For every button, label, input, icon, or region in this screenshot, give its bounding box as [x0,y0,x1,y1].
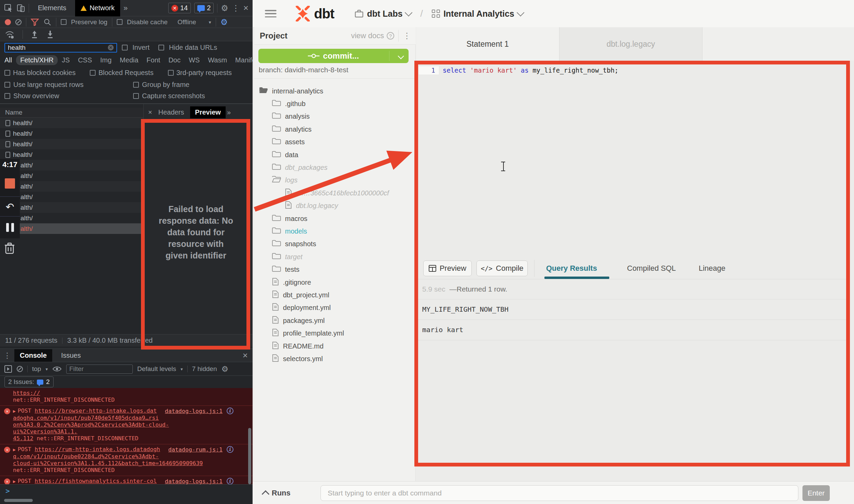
dbt-command-input[interactable]: Start typing to enter a dbt command [321,485,798,501]
context-selector[interactable]: top [32,365,41,373]
stop-recording-button[interactable] [0,171,20,196]
expand-triangle-icon[interactable]: ▶ [13,409,16,414]
show-overview-checkbox[interactable] [4,93,10,99]
tab-headers[interactable]: Headers [154,106,189,118]
tab-lineage[interactable]: Lineage [699,258,725,279]
delete-recording-button[interactable] [4,242,15,256]
error-link[interactable]: cloud-ui%2Cversion%3A1.1.45.112&batch_ti… [13,460,203,466]
enter-button[interactable]: Enter [802,485,830,501]
levels-caret-icon[interactable]: ▾ [181,367,183,372]
has-blocked-cookies-checkbox[interactable] [4,70,10,76]
folder-dbt-packages[interactable]: dbt_packages [272,162,328,173]
message-count-badge[interactable]: 2 [194,3,214,13]
filter-input[interactable]: health ✕ [4,43,117,53]
request-row[interactable]: alth/ [0,181,143,192]
file-deployment-yml[interactable]: deployment.yml [272,302,331,314]
tab-statement-1[interactable]: Statement 1 [416,27,559,61]
network-conditions-icon[interactable] [5,30,15,39]
preview-button[interactable]: Preview [423,261,472,276]
console-prompt[interactable]: > [0,484,253,497]
folder-macros[interactable]: macros [272,213,308,224]
source-location-link[interactable]: datadog-rum.js:1 [168,446,223,453]
eye-icon[interactable] [52,366,62,372]
tab-console[interactable]: Console [14,349,52,362]
more-pane-tabs-icon[interactable]: » [227,108,231,116]
group-by-frame-checkbox[interactable] [133,82,139,88]
console-sidebar-icon[interactable] [4,365,12,373]
view-docs-link[interactable]: view docs ? [351,31,394,40]
console-filter-input[interactable]: Filter [66,365,133,374]
hamburger-menu-icon[interactable] [265,10,276,17]
clear-icon[interactable] [15,19,22,25]
request-row[interactable]: alth/ [0,171,143,181]
network-settings-gear-icon[interactable]: ⚙ [220,17,228,27]
console-error-message[interactable]: ✕▶POST https://browser-http-intake.logs.… [0,406,253,444]
clear-filter-icon[interactable]: ✕ [108,45,114,50]
source-location-link[interactable]: datadog-logs.js:1 [165,408,223,415]
tab-issues[interactable]: Issues [56,349,86,362]
filter-chip-all[interactable]: All [4,55,16,65]
settings-gear-icon[interactable]: ⚙ [221,3,228,13]
results-data-row[interactable]: mario kart [418,320,850,340]
throttling-select[interactable]: Offline [177,18,196,26]
filter-chip-media[interactable]: Media [116,55,142,65]
file-dbt-log-legacy[interactable]: dbt.log.legacy [285,200,338,212]
info-icon[interactable]: i [227,446,233,453]
pause-button[interactable] [0,216,20,238]
device-toolbar-icon[interactable] [16,4,25,13]
filter-funnel-icon[interactable] [31,18,39,26]
file-readme-md[interactable]: README.md [272,340,324,352]
tab-compiled-sql[interactable]: Compiled SQL [627,258,676,279]
horizontal-scrollbar[interactable] [4,499,33,502]
blocked-requests-checkbox[interactable] [90,70,96,76]
folder-models[interactable]: models [272,225,307,237]
folder-target[interactable]: target [272,251,302,263]
folder--github[interactable]: .github [272,98,305,109]
folder-internal-analytics[interactable]: internal-analytics [259,85,323,97]
tab-dbt-log-legacy[interactable]: dbt.log.legacy [559,27,702,61]
console-error-message[interactable]: ✕▶POST https://rum-http-intake.logs.data… [0,444,253,476]
request-row[interactable]: health/ [0,118,143,128]
error-link[interactable]: https:// [13,390,40,396]
log-levels-select[interactable]: Default levels [137,365,176,373]
third-party-checkbox[interactable] [168,70,174,76]
filter-chip-fetch-xhr[interactable]: Fetch/XHR [16,55,58,65]
requests-name-header[interactable]: Name [0,108,143,118]
throttling-caret-icon[interactable]: ▾ [209,19,211,25]
folder-analysis[interactable]: analysis [272,111,310,122]
folder-analytics[interactable]: analytics [272,123,312,135]
tab-network[interactable]: Network [75,0,120,16]
error-link[interactable]: https://fishtownanalytics.sinter-col [35,478,157,484]
search-icon[interactable] [43,18,52,26]
filter-chip-ws[interactable]: WS [185,55,204,65]
kebab-menu-icon[interactable]: ⋮ [232,3,240,13]
inspect-icon[interactable] [4,4,13,13]
filter-chip-font[interactable]: Font [142,55,164,65]
undo-button[interactable]: ↶ [0,196,20,217]
import-har-icon[interactable] [30,30,39,39]
dbt-logo[interactable]: dbt [295,6,334,21]
file--gitignore[interactable]: .gitignore [272,277,311,288]
request-row[interactable]: alth/ [0,213,143,223]
filter-chip-css[interactable]: CSS [74,55,96,65]
error-link[interactable]: on%3A3.0.2%2Cenv%3Aprod%2Cservice%3Adbt-… [13,421,169,435]
request-row[interactable]: alth/ [0,192,143,202]
code-line[interactable]: select 'mario kart' as my_life_right_now… [443,66,618,74]
file--nf-3665c416bfecb1000000cf[interactable]: .nf…3665c416bfecb1000000cf [285,187,389,199]
commit-button[interactable]: commit... [258,49,409,63]
expand-triangle-icon[interactable]: ▶ [13,447,16,452]
source-location-link[interactable]: datadog-logs.js:1 [165,478,223,484]
request-row[interactable]: health/ [0,149,143,160]
vertical-scrollbar[interactable] [248,428,251,484]
more-tabs-icon[interactable]: » [124,4,128,13]
file-dbt-project-yml[interactable]: dbt_project.yml [272,289,329,301]
file-selectors-yml[interactable]: selectors.yml [272,353,323,365]
close-devtools-icon[interactable]: × [243,3,248,13]
folder-logs[interactable]: logs [272,175,298,186]
request-row[interactable]: alth/ [0,202,143,213]
invert-checkbox[interactable] [122,45,128,50]
tab-elements[interactable]: Elements [32,0,72,16]
error-link[interactable]: https://rum-http-intake.logs.datadogh [35,446,160,453]
account-selector[interactable]: dbt Labs [355,9,411,19]
file-profile-template-yml[interactable]: profile_template.yml [272,328,344,339]
